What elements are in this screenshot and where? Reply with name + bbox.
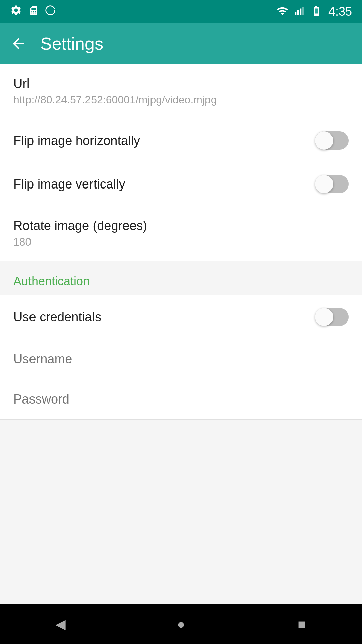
password-input[interactable] xyxy=(13,392,349,407)
url-label-block: Url http://80.24.57.252:60001/mjpg/video… xyxy=(13,76,349,106)
url-label: Url xyxy=(13,76,349,91)
battery-icon xyxy=(310,5,322,18)
flip-vertical-section: Flip image vertically xyxy=(0,162,362,206)
username-input[interactable] xyxy=(13,352,349,366)
rotate-label-block: Rotate image (degrees) 180 xyxy=(13,219,349,248)
flip-horizontal-item[interactable]: Flip image horizontally xyxy=(0,119,362,162)
authentication-header-text: Authentication xyxy=(13,274,90,288)
username-item[interactable] xyxy=(0,339,362,379)
rotate-section: Rotate image (degrees) 180 xyxy=(0,206,362,261)
rotate-label: Rotate image (degrees) xyxy=(13,219,349,233)
svg-point-0 xyxy=(46,6,55,15)
flip-horizontal-section: Flip image horizontally xyxy=(0,119,362,162)
flip-horizontal-label: Flip image horizontally xyxy=(13,133,315,148)
url-value: http://80.24.57.252:60001/mjpg/video.mjp… xyxy=(13,94,349,106)
url-setting-item[interactable]: Url http://80.24.57.252:60001/mjpg/video… xyxy=(0,64,362,119)
app-bar: Settings xyxy=(0,23,362,64)
loading-icon xyxy=(45,5,56,18)
flip-horizontal-label-block: Flip image horizontally xyxy=(13,133,315,148)
flip-vertical-toggle-knob xyxy=(315,175,333,193)
nav-home-button[interactable]: ● xyxy=(168,610,194,637)
nav-recent-button[interactable]: ■ xyxy=(288,610,315,637)
page-title: Settings xyxy=(40,34,103,54)
url-section: Url http://80.24.57.252:60001/mjpg/video… xyxy=(0,64,362,119)
signal-icon xyxy=(294,5,304,18)
nav-back-button[interactable]: ◀ xyxy=(47,610,74,637)
status-icons-left xyxy=(10,4,56,19)
authentication-section-header: Authentication xyxy=(0,261,362,295)
credentials-section: Use credentials xyxy=(0,295,362,420)
use-credentials-label: Use credentials xyxy=(13,310,315,324)
gear-icon xyxy=(10,4,22,19)
flip-vertical-item[interactable]: Flip image vertically xyxy=(0,162,362,206)
settings-content: Url http://80.24.57.252:60001/mjpg/video… xyxy=(0,64,362,604)
flip-horizontal-toggle[interactable] xyxy=(315,131,349,150)
sim-card-icon xyxy=(28,5,39,18)
svg-rect-2 xyxy=(297,10,299,15)
use-credentials-toggle-knob xyxy=(315,308,333,326)
flip-vertical-label: Flip image vertically xyxy=(13,177,315,192)
svg-rect-4 xyxy=(302,7,304,15)
svg-rect-1 xyxy=(295,12,296,15)
svg-rect-5 xyxy=(315,9,318,14)
wifi-icon xyxy=(276,5,288,18)
use-credentials-label-block: Use credentials xyxy=(13,310,315,324)
flip-vertical-label-block: Flip image vertically xyxy=(13,177,315,192)
use-credentials-item[interactable]: Use credentials xyxy=(0,295,362,339)
svg-rect-3 xyxy=(300,9,301,15)
flip-horizontal-toggle-knob xyxy=(315,131,333,150)
rotate-item[interactable]: Rotate image (degrees) 180 xyxy=(0,206,362,261)
password-item[interactable] xyxy=(0,379,362,420)
back-button[interactable] xyxy=(10,35,27,52)
flip-vertical-toggle[interactable] xyxy=(315,175,349,193)
status-bar: 4:35 xyxy=(0,0,362,23)
status-time: 4:35 xyxy=(328,5,352,19)
use-credentials-toggle[interactable] xyxy=(315,308,349,326)
bottom-navigation: ◀ ● ■ xyxy=(0,604,362,644)
rotate-value: 180 xyxy=(13,236,349,248)
status-icons-right: 4:35 xyxy=(276,5,352,19)
